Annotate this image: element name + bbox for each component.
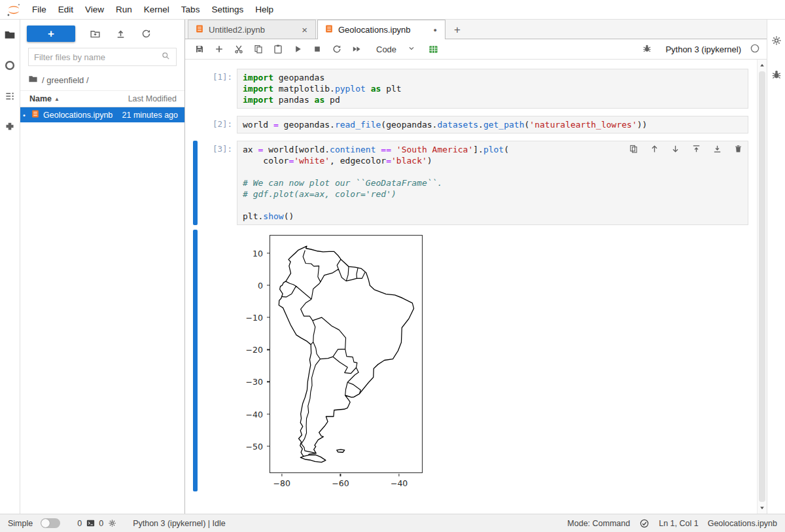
column-header-name[interactable]: Name ▲ xyxy=(29,94,128,103)
simple-mode-label: Simple xyxy=(8,519,33,528)
menu-view[interactable]: View xyxy=(79,2,110,17)
right-sidebar xyxy=(767,20,785,514)
move-cell-up-button[interactable] xyxy=(649,143,660,154)
cell-toolbar xyxy=(628,143,744,154)
save-button[interactable] xyxy=(190,41,208,58)
file-row-selected[interactable]: • Geolocations.ipynb 21 minutes ago xyxy=(20,107,184,122)
notebook-scrollbar[interactable] xyxy=(757,60,767,514)
trusted-check-icon[interactable] xyxy=(639,518,650,529)
extensions-puzzle-icon xyxy=(4,121,16,135)
scroll-down-icon[interactable] xyxy=(758,503,767,512)
running-dot: • xyxy=(23,111,27,119)
insert-cell-above-button[interactable] xyxy=(691,143,702,154)
move-cell-down-button[interactable] xyxy=(670,143,681,154)
sidebar-tab-running[interactable] xyxy=(3,59,17,73)
menu-settings[interactable]: Settings xyxy=(205,2,249,17)
debugger-toggle-button[interactable] xyxy=(638,41,655,58)
new-launcher-button[interactable]: + xyxy=(27,26,75,42)
cell-input[interactable]: import geopandasimport matplotlib.pyplot… xyxy=(237,69,748,109)
sidebar-tab-extensions[interactable] xyxy=(3,120,17,135)
table-of-contents-icon xyxy=(4,90,16,104)
simple-mode-toggle[interactable] xyxy=(41,518,60,528)
notebook-file-icon xyxy=(195,24,204,35)
menu-kernel[interactable]: Kernel xyxy=(138,2,175,17)
cell-output: 100−10−20−30−40−50 xyxy=(193,230,748,491)
copy-cells-button[interactable] xyxy=(249,41,267,58)
dirty-indicator-icon: ● xyxy=(432,27,438,33)
breadcrumb[interactable]: / greenfield / xyxy=(20,72,184,90)
debugger-tab[interactable] xyxy=(769,68,784,82)
menu-tabs[interactable]: Tabs xyxy=(175,2,206,17)
code-cell-2: [2]: world = geopandas.read_file(geopand… xyxy=(193,116,748,133)
sidebar-tab-toc[interactable] xyxy=(3,90,17,104)
tab-untitled2[interactable]: Untitled2.ipynb × xyxy=(188,20,316,39)
cell-collapser[interactable] xyxy=(193,141,198,225)
insert-cell-below-button[interactable] xyxy=(712,143,723,154)
table-icon-button[interactable] xyxy=(425,41,442,58)
restart-kernel-button[interactable] xyxy=(328,41,345,58)
kernels-count[interactable]: 0 xyxy=(99,519,103,528)
restart-run-all-button[interactable] xyxy=(347,41,365,58)
upload-button[interactable] xyxy=(114,28,126,40)
notebook-panel: [1]: import geopandasimport matplotlib.p… xyxy=(185,60,767,514)
menu-edit[interactable]: Edit xyxy=(52,2,79,17)
refresh-button[interactable] xyxy=(140,28,152,40)
notebook-file-icon xyxy=(324,24,334,35)
file-browser-panel: + xyxy=(20,20,185,514)
scrollbar-thumb[interactable] xyxy=(759,71,765,502)
cell-collapser[interactable] xyxy=(193,69,198,109)
insert-cell-button[interactable] xyxy=(210,41,228,58)
tab-geolocations[interactable]: Geolocations.ipynb ● xyxy=(317,20,445,39)
scroll-up-icon[interactable] xyxy=(758,61,767,70)
output-prompt xyxy=(200,230,237,491)
menu-bar: File Edit View Run Kernel Tabs Settings … xyxy=(0,0,785,20)
menu-help[interactable]: Help xyxy=(249,2,279,17)
cut-cells-button[interactable] xyxy=(230,41,247,58)
main-area: Untitled2.ipynb × Geolocations.ipynb ● + xyxy=(185,20,767,514)
new-folder-button[interactable] xyxy=(89,28,101,40)
new-tab-button[interactable]: + xyxy=(447,22,467,39)
output-collapser[interactable] xyxy=(193,230,198,491)
terminal-icon[interactable] xyxy=(85,518,96,529)
x-axis: −80−60−40 xyxy=(270,474,423,489)
file-filter-input[interactable] xyxy=(34,52,161,62)
terminals-count[interactable]: 0 xyxy=(77,519,82,528)
kernel-name[interactable]: Python 3 (ipykernel) xyxy=(665,44,741,54)
cell-input[interactable]: world = geopandas.read_file(geopandas.da… xyxy=(237,116,748,133)
tab-bar: Untitled2.ipynb × Geolocations.ipynb ● + xyxy=(185,20,767,39)
run-button[interactable] xyxy=(288,41,306,58)
chevron-down-icon xyxy=(407,44,416,55)
bug-icon xyxy=(642,43,652,56)
code-cell-1: [1]: import geopandasimport matplotlib.p… xyxy=(193,69,748,109)
kernel-sessions-icon[interactable] xyxy=(107,518,117,529)
cell-input[interactable]: ax = world[world.continent == 'South Ame… xyxy=(237,141,748,225)
menu-file[interactable]: File xyxy=(26,2,52,17)
folder-icon xyxy=(28,74,38,86)
tab-label: Geolocations.ipynb xyxy=(338,25,428,35)
cell-prompt: [1]: xyxy=(200,69,237,109)
tab-label: Untitled2.ipynb xyxy=(209,25,296,35)
cell-type-dropdown[interactable]: Code xyxy=(367,44,423,55)
tab-close-icon[interactable]: × xyxy=(300,24,309,35)
output-area: 100−10−20−30−40−50 xyxy=(237,230,748,491)
kernel-status-text[interactable]: Python 3 (ipykernel) | Idle xyxy=(133,519,226,528)
kernel-status-icon[interactable] xyxy=(750,43,760,56)
cell-collapser[interactable] xyxy=(193,116,198,133)
menu-run[interactable]: Run xyxy=(110,2,138,17)
interrupt-kernel-button[interactable] xyxy=(308,41,326,58)
notebook-file-icon xyxy=(31,109,40,120)
file-filter xyxy=(28,48,177,66)
cell-type-value: Code xyxy=(376,44,396,54)
cursor-position[interactable]: Ln 1, Col 1 xyxy=(659,519,698,528)
notebook-toolbar: Code xyxy=(185,39,767,60)
breadcrumb-path: / greenfield / xyxy=(42,75,89,85)
column-header-modified[interactable]: Last Modified xyxy=(128,94,177,103)
mode-indicator: Mode: Command xyxy=(567,519,630,528)
duplicate-cell-button[interactable] xyxy=(628,143,639,154)
sidebar-tab-files[interactable] xyxy=(3,28,17,43)
matplotlib-figure: 100−10−20−30−40−50 xyxy=(238,231,434,491)
paste-cells-button[interactable] xyxy=(269,41,287,58)
file-name: Geolocations.ipynb xyxy=(43,111,115,120)
property-inspector-tab[interactable] xyxy=(769,34,784,48)
delete-cell-button[interactable] xyxy=(733,143,744,154)
